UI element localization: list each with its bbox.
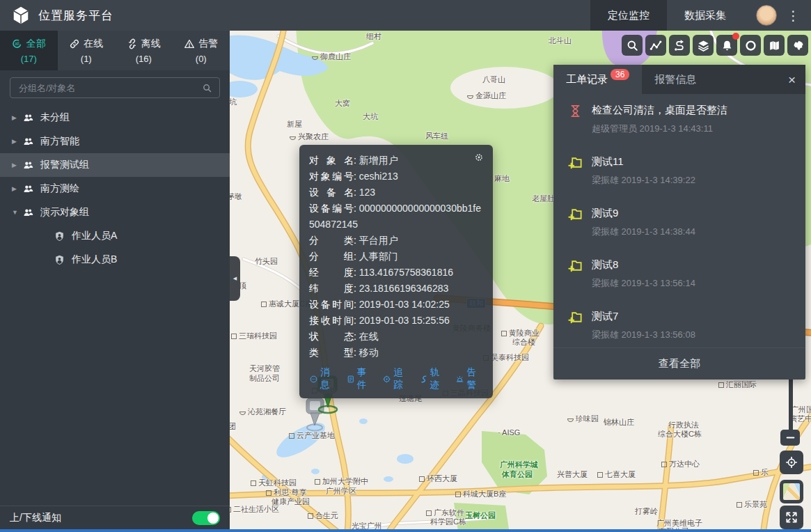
work-order-icon: [567, 155, 583, 171]
app-title: 位置服务平台: [38, 8, 113, 24]
tab-alarm-info[interactable]: 报警信息: [642, 65, 709, 94]
work-order-item[interactable]: 测试7 梁振雄 2019-1-3 13:56:08: [553, 300, 805, 352]
group-tree: ▶ 未分组 ▶ 南方智能 ▶ 报警测试组 ▶: [0, 106, 230, 272]
online-notify-toggle[interactable]: [192, 511, 220, 525]
search-area: [10, 77, 220, 98]
tree-arrow-icon[interactable]: ▶: [12, 138, 22, 145]
tree-item[interactable]: ▶ 南方测绘: [0, 177, 230, 201]
info-row: 分组: 人事部门: [309, 249, 483, 265]
tree-arrow-icon[interactable]: ▶: [12, 162, 22, 169]
layers-button[interactable]: [693, 35, 714, 56]
tab-label: 工单记录: [566, 73, 608, 86]
tree-item-label: 南方智能: [40, 135, 79, 148]
map-area-button[interactable]: [764, 35, 785, 56]
object-info-popup: 对象名: 新增用户 对象编号: ceshi213 设备名: 123 设备编号: …: [299, 145, 493, 398]
app-header: 位置服务平台 定位监控 数据采集 ⋮: [0, 0, 811, 31]
gear-icon[interactable]: [473, 152, 485, 163]
work-order-body: 测试11 梁振雄 2019-1-3 14:39:22: [592, 155, 695, 187]
tab-online[interactable]: 在线 (1): [58, 31, 116, 70]
info-row: 设备时间: 2019-01-03 14:02:25: [309, 297, 483, 313]
tab-all[interactable]: 全部 (17): [0, 31, 58, 70]
alerts-button[interactable]: [716, 35, 737, 56]
work-order-item[interactable]: 测试11 梁振雄 2019-1-3 14:39:22: [553, 146, 805, 197]
bell-icon: [721, 39, 734, 52]
work-order-item[interactable]: 检查公司清洁，桌面是否整洁 超级管理员 2019-1-3 14:43:11: [553, 94, 805, 146]
info-value: 平台用户: [359, 235, 398, 246]
view-all-button[interactable]: 查看全部: [553, 347, 805, 380]
info-row: 经度: 113.41675758361816: [309, 265, 483, 281]
info-value: 人事部门: [359, 251, 398, 262]
work-order-item[interactable]: 测试8 梁振雄 2019-1-3 13:56:14: [553, 249, 805, 300]
work-order-item[interactable]: 测试9 梁振雄 2019-1-3 14:38:44: [553, 197, 805, 249]
overview-map-button[interactable]: [780, 480, 803, 503]
popup-action-link[interactable]: 事件: [346, 366, 374, 391]
search-input[interactable]: [10, 77, 220, 98]
work-order-body: 测试7 梁振雄 2019-1-3 13:56:08: [592, 309, 695, 341]
map-area-icon: [768, 39, 781, 52]
close-icon[interactable]: ×: [788, 73, 796, 86]
route-button[interactable]: [669, 35, 690, 56]
work-order-body: 检查公司清洁，桌面是否整洁 超级管理员 2019-1-3 14:43:11: [592, 103, 727, 135]
header-nav: 定位监控 数据采集 ⋮: [590, 0, 811, 31]
locate-button[interactable]: [780, 451, 803, 474]
info-row: 设备名: 123: [309, 185, 483, 201]
circle-icon: [744, 39, 757, 52]
tree-item[interactable]: ▶ 报警测试组: [0, 153, 230, 177]
tab-alarm[interactable]: 告警 (0): [173, 31, 230, 70]
info-colon: :: [354, 267, 356, 278]
tree-item[interactable]: ▶ 未分组: [0, 106, 230, 130]
info-label: 类型: [309, 345, 354, 361]
group-icon: [22, 136, 34, 148]
info-colon: :: [354, 347, 356, 358]
tab-label: 告警: [198, 38, 218, 50]
tab-label: 全部: [26, 38, 46, 50]
zoom-slider[interactable]: [789, 380, 793, 431]
info-label: 分组: [309, 249, 354, 265]
track-playback-button[interactable]: [645, 35, 666, 56]
popup-action-link[interactable]: 消息: [309, 366, 337, 391]
tree-arrow-icon[interactable]: ▼: [12, 209, 22, 216]
tree-item[interactable]: 作业人员A: [0, 224, 230, 248]
tab-count: (1): [58, 54, 116, 64]
tab-work-orders[interactable]: 工单记录 36: [553, 65, 642, 94]
nav-item-monitoring[interactable]: 定位监控: [590, 0, 667, 31]
layers-icon: [697, 39, 710, 52]
popup-action-link[interactable]: 轨迹: [419, 366, 447, 391]
sidebar-collapse-handle[interactable]: ◀: [230, 256, 240, 301]
info-colon: :: [354, 203, 356, 214]
work-order-icon: [567, 103, 583, 119]
link-icon: [69, 38, 80, 49]
tree-item[interactable]: ▼ 演示对象组: [0, 201, 230, 224]
tree-item[interactable]: 作业人员B: [0, 248, 230, 272]
info-row: 状态: 在线: [309, 329, 483, 345]
tree-item[interactable]: ▶ 南方智能: [0, 130, 230, 153]
china-region-button[interactable]: [787, 35, 808, 56]
kebab-menu-icon[interactable]: ⋮: [787, 9, 800, 22]
info-value: 123: [359, 187, 375, 198]
work-order-body: 测试9 梁振雄 2019-1-3 14:38:44: [592, 206, 695, 238]
tree-arrow-icon[interactable]: ▶: [12, 114, 22, 121]
tree-item-label: 报警测试组: [40, 159, 89, 171]
popup-action-link[interactable]: 告警: [455, 366, 483, 391]
popup-action-link[interactable]: 追踪: [382, 366, 410, 391]
tab-label: 离线: [141, 38, 161, 50]
avatar[interactable]: [756, 5, 777, 26]
info-colon: :: [354, 171, 356, 182]
nav-item-data-collection[interactable]: 数据采集: [667, 0, 743, 31]
info-row: 对象编号: ceshi213: [309, 169, 483, 185]
search-icon[interactable]: [202, 83, 212, 93]
fence-circle-button[interactable]: [740, 35, 761, 56]
object-info-rows: 对象名: 新增用户 对象编号: ceshi213 设备名: 123 设备编号: …: [309, 152, 483, 361]
info-row: 纬度: 23.18166196346283: [309, 281, 483, 297]
info-label: 接收时间: [309, 313, 354, 329]
action-icon: [382, 374, 391, 384]
work-order-title: 测试8: [592, 258, 695, 272]
tab-count: (17): [0, 54, 58, 64]
map-search-button[interactable]: [622, 35, 643, 56]
tab-offline[interactable]: 离线 (16): [115, 31, 173, 70]
map-canvas[interactable]: 细村 北斗山 御鹿山庄 龙坑 八: [230, 31, 811, 532]
group-icon: [22, 112, 34, 124]
zoom-out-button[interactable]: [780, 430, 800, 446]
fullscreen-button[interactable]: [780, 506, 803, 529]
tree-arrow-icon[interactable]: ▶: [12, 185, 22, 192]
